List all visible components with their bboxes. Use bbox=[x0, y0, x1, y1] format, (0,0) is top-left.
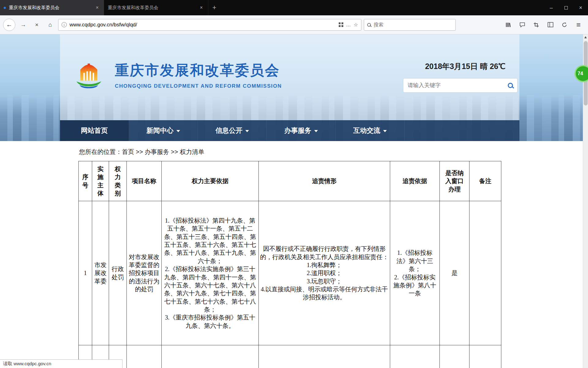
col-header-liability-basis: 追责依据 bbox=[390, 161, 440, 201]
table-header-row: 序号 实施主体 权力类别 项目名称 权力主要依据 追责情形 追责依据 是否纳入窗… bbox=[79, 161, 501, 201]
site-search-input[interactable] bbox=[408, 82, 505, 89]
site-logo[interactable]: 重庆市发展和改革委员会 CHONGQING DEVELOPMENT AND RE… bbox=[70, 56, 282, 94]
stop-button[interactable]: × bbox=[31, 19, 42, 30]
site-search-box[interactable] bbox=[403, 78, 518, 93]
page-actions-icon[interactable]: … bbox=[346, 22, 351, 28]
col-header-window: 是否纳入窗口办理 bbox=[440, 161, 469, 201]
cell-liability-basis bbox=[390, 345, 440, 368]
tab-title: 重庆市发展和改革委员会 bbox=[9, 5, 91, 11]
library-icon[interactable] bbox=[503, 19, 513, 30]
col-header-remark: 备注 bbox=[469, 161, 501, 201]
cell-category: 行政处罚 bbox=[109, 201, 127, 345]
cell-remark bbox=[469, 345, 501, 368]
col-header-category: 权力类别 bbox=[109, 161, 127, 201]
cell-project bbox=[127, 345, 162, 368]
col-header-liability: 追责情形 bbox=[259, 161, 390, 201]
close-window-button[interactable]: × bbox=[573, 0, 588, 15]
browser-search-bar[interactable] bbox=[364, 19, 456, 31]
maximize-button[interactable] bbox=[559, 0, 573, 15]
col-header-legal-basis: 权力主要依据 bbox=[162, 161, 259, 201]
cell-window: 是 bbox=[440, 201, 469, 345]
chevron-down-icon bbox=[314, 130, 318, 132]
chevron-down-icon bbox=[383, 130, 387, 132]
nav-label: 信息公开 bbox=[216, 126, 243, 135]
tab-close-icon[interactable]: × bbox=[94, 4, 100, 11]
site-subtitle: CHONGQING DEVELOPMENT AND REFORM COMMISS… bbox=[115, 83, 282, 89]
cell-liability: 因不履行或不正确履行行政职责，有下列情形的，行政机关及相关工作人员应承担相应责任… bbox=[259, 201, 390, 345]
tab-close-icon[interactable]: × bbox=[198, 4, 204, 11]
nav-item-news[interactable]: 新闻中心 bbox=[129, 120, 198, 141]
sync-icon[interactable] bbox=[560, 19, 569, 30]
date-weather: 2018年3月15日 晴 26℃ bbox=[425, 61, 505, 71]
nav-item-home[interactable]: 网站首页 bbox=[60, 120, 129, 141]
bookmark-star-icon[interactable]: ☆ bbox=[354, 22, 358, 28]
new-tab-button[interactable]: + bbox=[208, 0, 221, 15]
site-header: 重庆市发展和改革委员会 CHONGQING DEVELOPMENT AND RE… bbox=[0, 34, 588, 141]
main-navigation: 网站首页 新闻中心 信息公开 办事服务 互动交流 bbox=[60, 120, 519, 141]
titlebar-drag-area bbox=[221, 0, 544, 15]
site-search-icon[interactable] bbox=[508, 83, 513, 88]
nav-item-interaction[interactable]: 互动交流 bbox=[336, 120, 405, 141]
qr-grid-icon[interactable] bbox=[339, 22, 343, 27]
col-header-project: 项目名称 bbox=[127, 161, 162, 201]
table-row: 1 市发展改革委 行政处罚 对市发展改革委监督的招投标项目的违法行为的处罚 1.… bbox=[79, 201, 501, 345]
cell-legal-basis: 1.《招标投标法》第四十九条、第五十条、第五十一条、第五十二条、第五十三条、第五… bbox=[162, 201, 259, 345]
cell-liability: 因不履行或不正确履行行政职责，有下列情形的，行政机关及相关工作人员应承担 bbox=[259, 345, 390, 368]
nav-label: 网站首页 bbox=[81, 126, 108, 135]
cell-remark bbox=[469, 201, 501, 345]
tab-2[interactable]: 重庆市发展和改革委员会 × bbox=[104, 0, 208, 15]
site-title: 重庆市发展和改革委员会 bbox=[115, 61, 282, 80]
tab-status-dot-icon bbox=[4, 7, 6, 9]
tab-title: 重庆市发展和改革委员会 bbox=[108, 5, 195, 11]
menu-icon[interactable]: ≡ bbox=[574, 19, 583, 30]
chevron-down-icon bbox=[176, 130, 180, 132]
chevron-down-icon bbox=[245, 130, 249, 132]
power-list-table: 序号 实施主体 权力类别 项目名称 权力主要依据 追责情形 追责依据 是否纳入窗… bbox=[78, 161, 501, 368]
nav-label: 互动交流 bbox=[353, 126, 380, 135]
screenshot-crop-icon[interactable] bbox=[532, 19, 541, 30]
nav-item-services[interactable]: 办事服务 bbox=[267, 120, 336, 141]
cell-subject: 市发展改革委 bbox=[92, 201, 109, 345]
scroll-up-icon[interactable] bbox=[584, 36, 587, 38]
cell-window bbox=[440, 345, 469, 368]
status-bar: 读取 www.cqdpc.gov.cn bbox=[0, 359, 123, 368]
tab-1[interactable]: 重庆市发展和改革委员会 × bbox=[0, 0, 104, 15]
search-icon bbox=[367, 23, 371, 27]
browser-titlebar: 重庆市发展和改革委员会 × 重庆市发展和改革委员会 × + – × bbox=[0, 0, 588, 15]
page-viewport: 重庆市发展和改革委员会 CHONGQING DEVELOPMENT AND RE… bbox=[0, 34, 588, 368]
col-header-subject: 实施主体 bbox=[92, 161, 109, 201]
back-button[interactable]: ← bbox=[3, 19, 15, 31]
cell-legal-basis bbox=[162, 345, 259, 368]
cell-liability-basis: 1.《招标投标法》第六十三条； 2.《招标投标实施条例》第八十一条 bbox=[390, 201, 440, 345]
forward-button[interactable]: → bbox=[18, 19, 29, 30]
minimize-button[interactable]: – bbox=[544, 0, 559, 15]
table-row: 因不履行或不正确履行行政职责，有下列情形的，行政机关及相关工作人员应承担 bbox=[79, 345, 501, 368]
browser-toolbar: ← → × ⌂ i … ☆ ≡ bbox=[0, 15, 588, 34]
site-info-icon[interactable]: i bbox=[62, 22, 67, 27]
nav-label: 新闻中心 bbox=[147, 126, 174, 135]
home-button[interactable]: ⌂ bbox=[45, 19, 56, 30]
vertical-scrollbar[interactable] bbox=[583, 34, 588, 368]
toolbar-right-icons: ≡ bbox=[503, 19, 585, 30]
col-header-no: 序号 bbox=[79, 161, 92, 201]
url-input[interactable] bbox=[70, 22, 336, 28]
breadcrumb[interactable]: 您所在的位置：首页 >> 办事服务 >> 权力清单 bbox=[79, 148, 588, 156]
sidebar-icon[interactable] bbox=[546, 19, 555, 30]
cell-no: 1 bbox=[79, 201, 92, 345]
url-bar[interactable]: i … ☆ bbox=[58, 19, 361, 31]
chat-icon[interactable] bbox=[518, 19, 527, 30]
cell-project: 对市发展改革委监督的招投标项目的违法行为的处罚 bbox=[127, 201, 162, 345]
maximize-icon bbox=[564, 6, 568, 10]
commission-logo-icon bbox=[70, 56, 108, 94]
window-controls: – × bbox=[544, 0, 588, 15]
browser-search-input[interactable] bbox=[374, 22, 452, 28]
nav-item-info-disclosure[interactable]: 信息公开 bbox=[198, 120, 267, 141]
nav-label: 办事服务 bbox=[285, 126, 311, 135]
